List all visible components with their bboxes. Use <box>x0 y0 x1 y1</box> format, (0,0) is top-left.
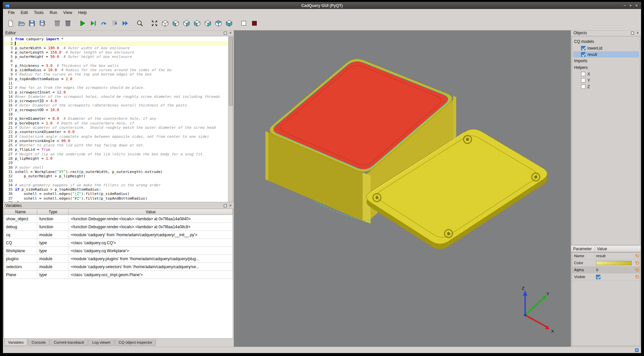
code-line[interactable]: 21# Outer diameter of countersink. Shoul… <box>4 125 233 130</box>
run-script-button[interactable] <box>78 18 88 28</box>
visible-checkbox[interactable] <box>596 275 600 279</box>
code-line[interactable]: 36 oshell = oshell.edges("|Z").fillet(p_… <box>4 192 233 196</box>
parameter-row-color[interactable]: Color <box>572 260 640 267</box>
code-line[interactable]: 18 <box>4 112 233 116</box>
code-line[interactable]: 1from cadquery import * <box>4 37 233 41</box>
tree-item-result[interactable]: result <box>573 51 639 58</box>
code-line[interactable]: 16# Outer Diameter of the screwposts.\nD… <box>4 103 233 107</box>
menu-tools[interactable]: Tools <box>31 10 47 16</box>
code-line[interactable]: 13p_screwpostInset = 12.0 <box>4 90 233 94</box>
tab-log-viewer[interactable]: Log viewer <box>89 339 115 346</box>
variables-column-type[interactable]: Type <box>37 209 69 215</box>
z-checkbox[interactable] <box>581 85 585 89</box>
tree-group-helpers[interactable]: Helpers <box>572 64 640 71</box>
reset-color-icon[interactable] <box>634 261 640 265</box>
code-line[interactable]: 10p_topAndBottomRadius = 2.0 <box>4 77 233 81</box>
debug-script-button[interactable] <box>88 18 98 28</box>
status-grip-icon[interactable] <box>635 348 639 352</box>
fit-all-button[interactable] <box>150 18 160 28</box>
code-line[interactable]: 12# How far in from the edges the screwp… <box>4 86 233 90</box>
lowerlid-checkbox[interactable] <box>581 46 585 50</box>
view-back-button[interactable] <box>181 18 191 28</box>
undock-panel-icon[interactable] <box>223 31 227 35</box>
tab-console[interactable]: Console <box>28 339 49 346</box>
color-swatch[interactable] <box>596 261 632 265</box>
delete-button[interactable] <box>63 18 73 28</box>
clear-button[interactable] <box>52 18 62 28</box>
parameter-row-name[interactable]: Nameresult <box>572 253 640 260</box>
parameter-value[interactable]: 0 <box>596 268 634 272</box>
minimize-button[interactable]: − <box>623 2 626 9</box>
step-into-button[interactable] <box>110 18 120 28</box>
close-panel-icon[interactable] <box>636 31 640 35</box>
menu-run[interactable]: Run <box>47 10 60 16</box>
reset-visible-icon[interactable] <box>634 275 640 279</box>
continue-button[interactable] <box>120 18 130 28</box>
menu-view[interactable]: View <box>60 10 75 16</box>
code-line[interactable]: 19p_boreDiameter = 8.0··# Diameter of th… <box>4 116 233 121</box>
value-column-header[interactable]: Value <box>595 246 641 252</box>
tree-item-y[interactable]: Y <box>573 77 639 84</box>
code-line[interactable]: 9# Radius for the curves on the top and … <box>4 72 233 77</box>
code-line[interactable]: 24p_countersinkAngle = 90.0 <box>4 139 233 143</box>
variables-row-plugins[interactable]: pluginsmodule<module 'cadquery.plugins' … <box>4 255 233 263</box>
menu-file[interactable]: File <box>5 10 18 16</box>
close-panel-icon[interactable] <box>228 31 232 35</box>
tab-cq-object-inspector[interactable]: CQ object inspector <box>115 339 156 346</box>
view-top-button[interactable] <box>213 18 223 28</box>
tab-variables[interactable]: Variables <box>4 339 27 346</box>
new-file-button[interactable] <box>6 18 16 28</box>
code-line[interactable]: 3p_outerWidth = 100.0··# Outer width of … <box>4 46 233 50</box>
variables-row-cq[interactable]: CQtype<class 'cadquery.cq.CQ'> <box>4 239 233 247</box>
code-line[interactable]: 38else: <box>4 201 233 202</box>
menu-edit[interactable]: Edit <box>18 10 31 16</box>
variables-row-selectors[interactable]: selectorsmodule<module 'cadquery.selecto… <box>4 263 233 271</box>
tree-group-imports[interactable]: Imports <box>572 58 640 64</box>
step-over-button[interactable] <box>99 18 109 28</box>
close-panel-icon[interactable] <box>228 204 232 208</box>
titlebar[interactable]: cq CadQuery GUI (PyQT) − + × <box>3 2 641 9</box>
code-line[interactable]: 11 <box>4 81 233 86</box>
code-line[interactable]: 7p_thickness = 3.0··# Thickness of the b… <box>4 64 233 68</box>
view-bottom-button[interactable] <box>224 18 234 28</box>
tree-item-z[interactable]: Z <box>573 84 639 90</box>
code-line[interactable]: 30# outer shell <box>4 165 233 170</box>
y-checkbox[interactable] <box>581 78 585 83</box>
view-front-button[interactable] <box>171 18 181 28</box>
parameter-row-alpha[interactable]: Alpha0 <box>572 267 640 273</box>
parameter-column-header[interactable]: Parameter <box>571 246 595 252</box>
zoom-button[interactable] <box>135 18 145 28</box>
code-line[interactable]: 27# Height of lip on the underside of th… <box>4 152 233 156</box>
code-line[interactable]: 35if p_sideRadius > p_topAndBottomRadius… <box>4 187 233 192</box>
tab-current-traceback[interactable]: Current traceback <box>50 339 88 346</box>
code-line[interactable]: 20p_boreDepth = 1.0··# Depth of the coun… <box>4 121 233 125</box>
undock-panel-icon[interactable] <box>223 204 227 208</box>
x-checkbox[interactable] <box>581 72 585 76</box>
variables-row-workplane[interactable]: Workplanetype<class 'cadquery.cq.Workpla… <box>4 247 233 255</box>
code-line[interactable]: 31oshell = Workplane("XY").rect(p_outerW… <box>4 170 233 174</box>
code-line[interactable]: 29 <box>4 161 233 165</box>
reset-alpha-icon[interactable] <box>634 268 640 272</box>
parameter-value[interactable]: result <box>596 254 634 258</box>
parameter-row-visible[interactable]: Visible <box>572 273 640 280</box>
variables-column-value[interactable]: Value <box>69 209 233 215</box>
view-right-button[interactable] <box>203 18 213 28</box>
tree-item-x[interactable]: X <box>573 71 639 77</box>
code-line[interactable]: 14#nner Diameter of the screwpost holes,… <box>4 94 233 99</box>
save-button[interactable] <box>27 18 37 28</box>
save-as-button[interactable] <box>38 18 48 28</box>
code-line[interactable]: 4p_outerLength = 150.0··# Outer length o… <box>4 50 233 55</box>
variables-row-show-object[interactable]: show_objectfunction<function Debugger.re… <box>4 215 233 223</box>
undock-panel-icon[interactable] <box>630 31 634 35</box>
code-line[interactable]: 8p_sideRadius = 10.0··# Radius for the c… <box>4 68 233 72</box>
tree-group-cq-models[interactable]: CQ models <box>572 38 640 45</box>
code-line[interactable]: 33 <box>4 179 233 183</box>
code-line[interactable]: 23# Countersink angle (complete angle be… <box>4 134 233 139</box>
parameter-value[interactable] <box>596 261 634 265</box>
code-line[interactable]: 34# weird geometry happens if we make th… <box>4 183 233 187</box>
viewport-3d[interactable]: Z Y X <box>234 30 571 347</box>
variables-row-cq[interactable]: cqmodule<module 'cadquery' from '/home/a… <box>4 231 233 239</box>
variables-row-plane[interactable]: Planetype<class 'cadquery.occ_impl.geom.… <box>4 271 233 279</box>
view-iso-button[interactable] <box>160 18 170 28</box>
maximize-button[interactable]: + <box>629 2 632 9</box>
